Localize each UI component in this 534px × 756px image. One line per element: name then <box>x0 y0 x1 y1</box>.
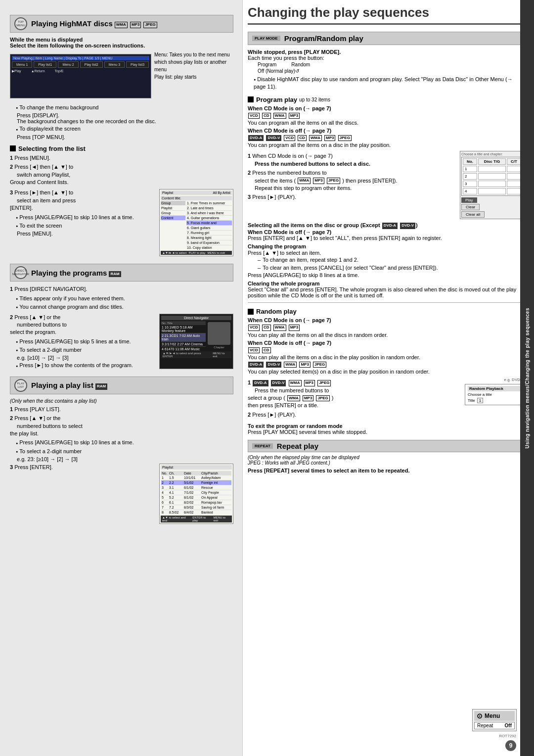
pl2-header: Playlist <box>161 465 232 470</box>
pl2-sel: ▲▼ to select and end <box>162 516 190 522</box>
pp-step-3: 3 Press [►] (PLAY). <box>248 193 456 201</box>
clear-all-btn[interactable]: Clear all <box>461 211 485 218</box>
direct-nav-icon: DIRECT NAVIGATOR <box>14 266 27 279</box>
cd-mode-off-tags: DVD-A DVD-V VCD CD WMA MP3 JPEG <box>248 135 524 141</box>
clear-btn[interactable]: Clear <box>461 204 480 210</box>
sel-all-sub: When CD Mode is off (→ page 7) <box>248 229 524 235</box>
cd-mode-on-h: When CD Mode is on (→ page 7) <box>248 105 524 111</box>
ram-badge-playlist: RAM <box>95 383 107 389</box>
nav-top: Top/E <box>55 69 64 73</box>
repeat-title: Repeat play <box>277 442 318 450</box>
programs-content: 1 Press [DIRECT NAVIGATOR]. Titles appea… <box>10 285 233 371</box>
jpeg-tag: JPEG <box>143 22 157 28</box>
program-table: No. Disc T/G C/T 1 2 3 4 <box>461 157 523 196</box>
pl-2digit: e.g. 23: [≥10] → [2] → [3] <box>17 456 233 462</box>
pl2-r3: 33.16/1/02Rescue <box>161 485 231 490</box>
playlist-title: Playing a play list <box>31 381 93 389</box>
top-menu-label: TOP MENU <box>15 20 26 27</box>
wma-r2: WMA <box>284 362 297 368</box>
cd-mode-on-tags: VCD CD WMA MP3 <box>248 112 524 119</box>
pl-step3-text: 3 Press [ENTER]. <box>10 462 156 525</box>
seq-random: Random <box>291 62 310 67</box>
pl-bullet-1: Press [ANGLE/PAGE] to skip 10 lines at a… <box>16 439 233 446</box>
select-step-1: 1 Press [MENU]. <box>10 154 233 162</box>
menu1: Menu 1 <box>12 61 32 68</box>
program-play-subtitle: up to 32 items <box>299 97 330 102</box>
clearing-text: Select "Clear all" and press [ENTER]. Th… <box>248 286 524 298</box>
dvdv-tag-sel: DVD-V <box>400 223 415 229</box>
black-sq-random <box>248 309 254 315</box>
pl-step-1: 1 Press [PLAY LIST]. <box>10 406 233 413</box>
angle-page-bullet: Press [ANGLE/PAGE] to skip 10 lines at a… <box>16 214 156 221</box>
page-number: 9 <box>505 740 516 751</box>
highmat-screenshot-area: Now Playing | Item | Long Name | Display… <box>10 51 233 101</box>
disc2 <box>478 173 506 180</box>
pl2-date-h: Date <box>184 472 201 475</box>
programs-title: Playing the programs <box>31 269 107 277</box>
playlist-content: (Only when the disc contains a play list… <box>10 398 233 525</box>
dn-title: Direct Navigator <box>161 316 231 320</box>
pp-step-2: 2 Press the numbered buttons to select t… <box>248 169 456 192</box>
prog-table-body: 1 2 3 4 <box>463 166 521 194</box>
th-ct: C/T <box>507 158 521 165</box>
c7: 7. Running girl <box>186 231 232 236</box>
left-column: TOP MENU Playing HighMAT discs WMA MP3 J… <box>0 0 242 756</box>
wma-tag: WMA <box>115 22 128 28</box>
g3-selected: Content <box>161 216 185 220</box>
programs-section-header: DIRECT NAVIGATOR Playing the programs RA… <box>10 264 233 282</box>
dvdv-r: DVD-V <box>266 362 281 368</box>
dn-face <box>208 322 230 345</box>
play-mode-label: PLAY MODE <box>252 36 280 41</box>
disc3 <box>478 181 506 187</box>
jpeg-rs1b: JPEG <box>316 395 329 401</box>
black-sq-program <box>248 96 254 102</box>
c9: 9. band of Expansion <box>186 240 232 245</box>
no3: 3 <box>463 181 477 187</box>
rand-cd-off-text: You can play all the items on a disc in … <box>248 354 524 360</box>
chg-b2: To change an item, repeat step 1 and 2. <box>258 256 524 264</box>
prog-row-1: 1 <box>463 166 521 172</box>
c10: 10. Copy station <box>186 245 232 250</box>
random-playback-title: Random Playback <box>468 386 521 391</box>
program-side-table-area: Choose a title and chapter: No. Disc T/G… <box>460 151 524 219</box>
stopped-press-heading: While stopped, press [PLAY MODE]. <box>248 49 524 55</box>
pl-bullet-2: To select a 2-digit number <box>16 448 233 455</box>
program-random-header: PLAY MODE Program/Random play <box>248 32 524 45</box>
highmat-title: Playing HighMAT discs <box>31 19 113 28</box>
exit-mode-text: Press [PLAY MODE] several times while st… <box>248 429 524 435</box>
g1: Playlist <box>161 206 185 211</box>
top-menu-icon: TOP MENU <box>14 17 27 30</box>
dn-exit-btn: MENU to exit <box>213 352 230 358</box>
repeat-widget-row: Repeat Off <box>474 722 515 729</box>
direct-nav-screenshot: Direct Navigator No. Title 1 10.1MED 5:1… <box>159 314 233 369</box>
mp3-tag-1: MP3 <box>289 113 300 119</box>
prog-row-4: 4 <box>463 188 521 194</box>
program-steps-area: 1 When CD Mode is on (→ page 7) Press th… <box>248 151 524 219</box>
page-title: Changing the play sequences <box>248 5 524 25</box>
ct2 <box>507 173 521 180</box>
program-random-title: Program/Random play <box>284 34 363 43</box>
title-val: 1 <box>477 398 483 403</box>
menu-desc: Menu: Takes you to the next menu which s… <box>154 51 233 101</box>
menu-widget-label: Menu <box>485 712 500 719</box>
ram-badge-programs: RAM <box>109 271 121 277</box>
rand-cd-on-h: When CD Mode is on (→ page 7) <box>248 317 524 323</box>
cd-mode-off-text: You can program all the items on a disc … <box>248 142 524 148</box>
cd-mode-on-text: You can program all the items on all the… <box>248 120 524 126</box>
pl2-r2-sel: 22.25/1/02Foreign int <box>161 480 231 485</box>
bg-bullet: To change the menu background <box>16 104 233 111</box>
chg-b1: Press [▲ ▼] to select an item. <box>248 250 524 256</box>
prog-step-1: 1 Press [DIRECT NAVIGATOR]. <box>10 285 233 293</box>
display-exit-press: Press [TOP MENU]. <box>17 134 233 140</box>
play-btn[interactable]: Play <box>461 197 477 203</box>
menu-icon-symbol: ⊙ <box>477 712 483 720</box>
vcd-r2: VCD <box>248 347 260 353</box>
mp3-rs1b: MP3 <box>303 395 313 401</box>
while-menu-heading: While the menu is displayed <box>10 37 233 43</box>
seq-off: Off (Normal play)↺ <box>258 68 524 74</box>
rand-step-2: 2 Press [►] (PLAY). <box>248 411 461 419</box>
ct4 <box>507 188 521 194</box>
pl-nav-bar: ▲▼/►◄ to select PLAY to play MENU to exi… <box>161 251 232 255</box>
th-no: No. <box>463 158 477 165</box>
repeat-note: (Only when the elapsed play time can be … <box>248 455 524 460</box>
